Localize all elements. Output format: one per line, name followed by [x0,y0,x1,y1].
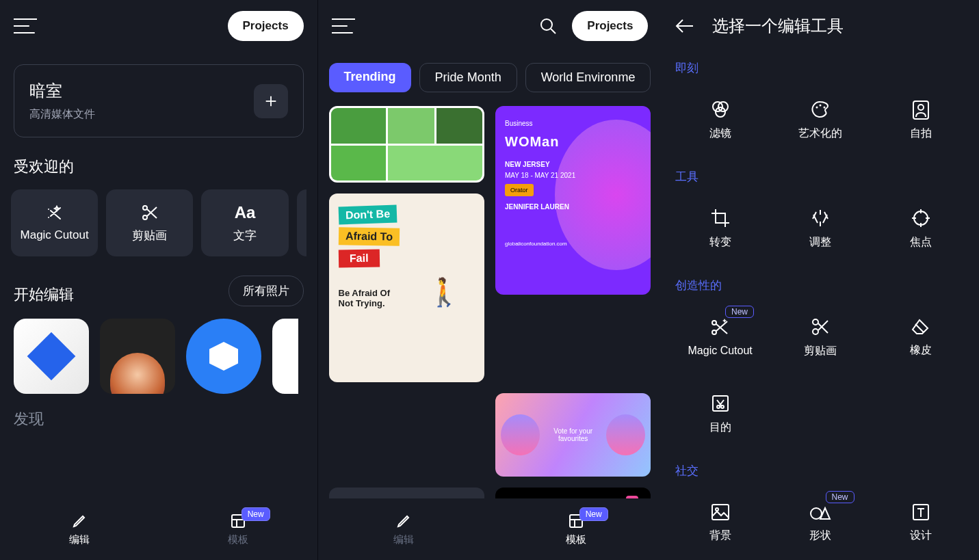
nav-template[interactable]: New 模板 [228,513,248,546]
new-badge: New [579,507,608,521]
svg-point-6 [143,215,147,219]
all-photos-button[interactable]: 所有照片 [229,276,304,306]
tool-target[interactable]: 焦点 [870,193,971,264]
tool-label: 自拍 [910,126,932,141]
tool-magic-scissors[interactable]: NewMagic Cutout [670,302,770,373]
tool-crop[interactable]: 转变 [670,193,770,264]
add-button[interactable] [254,84,288,118]
template-text: Business WOMan NEW JERSEY MAY 18 - MAY 2… [505,118,641,249]
scissors-icon [140,203,159,222]
chip-trending[interactable]: Trending [329,63,411,92]
nav-label: 编辑 [69,533,90,546]
panel-templates: Projects Trending Pride Month World Envi… [318,0,662,560]
section-label: 工具 [670,161,971,187]
tool-grid: NewMagic Cutout剪贴画橡皮目的 [670,296,971,455]
darkroom-card[interactable]: 暗室 高清媒体文件 [14,64,304,137]
tool-portrait[interactable]: 自拍 [870,84,971,155]
tile-text[interactable]: Aa 文字 [201,189,288,256]
tile-magic-cutout[interactable]: Magic Cutout [11,189,98,256]
filter-chips: Trending Pride Month World Environme [318,52,662,99]
panel-tools: 选择一个编辑工具 即刻滤镜艺术化的自拍工具转变调整焦点创造性的NewMagic … [662,0,979,560]
cut-frame-icon [710,393,731,414]
tool-label: 焦点 [910,235,932,250]
svg-point-24 [816,106,818,108]
panel-home: Projects 暗室 高清媒体文件 受欢迎的 Magic Cutout 剪贴画… [0,0,318,560]
nav-edit[interactable]: 编辑 [69,513,90,546]
tool-image[interactable]: 背景 [670,487,770,558]
tool-label: 目的 [709,421,731,435]
template-card[interactable]: ROYAL CLUB TRIO [495,488,651,498]
template-card[interactable] [329,106,484,183]
tool-header: 选择一个编辑工具 [662,0,979,52]
tool-cut-frame[interactable]: 目的 [670,378,770,449]
pencil-icon [71,513,88,529]
photo-thumb[interactable] [272,319,298,394]
svg-line-16 [551,29,556,34]
template-card[interactable] [329,488,484,498]
menu-icon[interactable] [14,17,37,35]
svg-point-25 [820,104,822,106]
tile-overflow[interactable] [297,189,306,256]
tile-label: 文字 [233,228,257,243]
text-box-icon [911,503,930,522]
filter-icon [710,99,731,120]
tool-label: 艺术化的 [798,126,842,141]
eraser-icon [910,317,932,336]
nav-template[interactable]: New 模板 [566,513,586,546]
photo-thumb[interactable] [186,319,261,394]
tile-label: Magic Cutout [21,228,89,242]
svg-point-15 [541,19,552,30]
tool-label: 剪贴画 [804,344,837,358]
tool-eraser[interactable]: 橡皮 [870,302,971,373]
template-card[interactable]: Don't Be Afraid To Fail Be Afraid OfNot … [329,194,484,382]
photo-thumb[interactable] [100,319,175,394]
tool-label: 设计 [910,529,932,543]
tool-text-box[interactable]: 设计 [870,487,971,558]
tool-palette[interactable]: 艺术化的 [770,84,871,155]
template-card[interactable]: Vote for your favourites [495,393,651,477]
discover-label: 发现 [0,409,317,429]
svg-point-40 [712,321,716,325]
tool-list[interactable]: 即刻滤镜艺术化的自拍工具转变调整焦点创造性的NewMagic Cutout剪贴画… [662,52,979,560]
nav-label: 编辑 [393,533,414,546]
target-icon [911,208,931,228]
text-icon: Aa [235,203,256,222]
svg-point-55 [716,508,718,511]
tile-clipart[interactable]: 剪贴画 [106,189,193,256]
menu-icon[interactable] [332,17,355,35]
back-arrow-icon[interactable] [675,18,694,34]
svg-line-48 [915,324,924,332]
start-edit-label: 开始编辑 [14,284,74,305]
page-title: 选择一个编辑工具 [712,15,844,37]
svg-point-45 [813,329,818,334]
section-label: 社交 [670,455,971,481]
chip-world-environment[interactable]: World Environme [525,63,651,92]
template-grid: Business WOMan NEW JERSEY MAY 18 - MAY 2… [318,99,662,498]
template-card[interactable]: Business WOMan NEW JERSEY MAY 18 - MAY 2… [495,106,651,295]
chip-pride-month[interactable]: Pride Month [419,63,517,92]
tool-filter[interactable]: 滤镜 [670,84,770,155]
search-icon[interactable] [539,17,557,35]
new-badge: New [826,491,854,503]
magic-scissors-icon [44,204,65,223]
bottom-nav: 编辑 New 模板 [0,498,317,560]
sliders-icon [810,208,831,228]
tool-sliders[interactable]: 调整 [770,193,871,264]
image-icon [710,503,731,522]
projects-button[interactable]: Projects [228,11,304,41]
tool-label: 转变 [709,235,731,250]
tool-shapes[interactable]: New形状 [770,487,871,558]
svg-point-26 [824,106,826,108]
svg-line-8 [147,207,157,216]
tool-label: 背景 [709,529,731,543]
projects-button[interactable]: Projects [572,11,648,41]
svg-point-44 [813,319,818,325]
tool-label: 形状 [809,529,831,543]
photo-thumb[interactable] [14,319,89,394]
card-title: 暗室 [29,80,95,102]
new-badge: New [725,306,754,318]
palette-icon [810,99,831,120]
nav-edit[interactable]: 编辑 [393,513,414,546]
tool-grid: 转变调整焦点 [670,187,971,269]
tool-scissors[interactable]: 剪贴画 [770,302,871,373]
